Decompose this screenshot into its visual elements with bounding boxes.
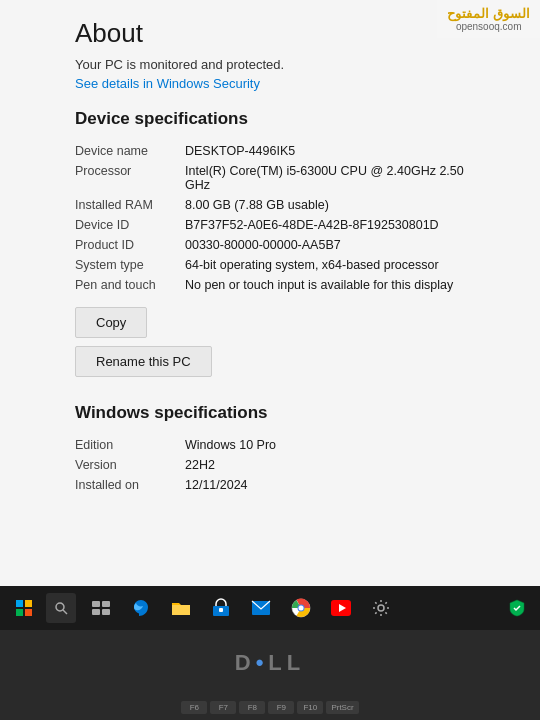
spec-value: 12/11/2024 [185, 475, 485, 495]
page-title: About [75, 18, 485, 49]
windows-specs-title: Windows specifications [75, 403, 485, 423]
table-row: Version22H2 [75, 455, 485, 475]
chrome-icon [291, 598, 311, 618]
svg-point-18 [378, 605, 384, 611]
taskbar-search[interactable] [46, 593, 76, 623]
table-row: Device IDB7F37F52-A0E6-48DE-A42B-8F19253… [75, 215, 485, 235]
chrome-button[interactable] [282, 588, 320, 628]
watermark-arabic: السوق المفتوح [447, 6, 530, 21]
spec-label: Installed RAM [75, 195, 185, 215]
table-row: EditionWindows 10 Pro [75, 435, 485, 455]
task-view-icon [92, 601, 110, 615]
watermark-latin: opensooq.com [447, 21, 530, 32]
spec-value: Windows 10 Pro [185, 435, 485, 455]
rename-pc-button[interactable]: Rename this PC [75, 346, 212, 377]
key-f6: F6 [181, 701, 207, 714]
screen: السوق المفتوح opensooq.com About Your PC… [0, 0, 540, 720]
spec-label: Pen and touch [75, 275, 185, 295]
svg-rect-11 [219, 608, 223, 612]
file-explorer-button[interactable] [162, 588, 200, 628]
key-f7: F7 [210, 701, 236, 714]
spec-value: 8.00 GB (7.88 GB usable) [185, 195, 485, 215]
spec-value: B7F37F52-A0E6-48DE-A42B-8F192530801D [185, 215, 485, 235]
windows-specs-table: EditionWindows 10 ProVersion22H2Installe… [75, 435, 485, 495]
watermark: السوق المفتوح opensooq.com [437, 0, 540, 38]
taskbar-right [498, 588, 536, 628]
table-row: Installed RAM8.00 GB (7.88 GB usable) [75, 195, 485, 215]
store-button[interactable] [202, 588, 240, 628]
svg-point-4 [56, 603, 64, 611]
svg-rect-8 [92, 609, 100, 615]
spec-label: Device name [75, 141, 185, 161]
shield-icon [509, 599, 525, 617]
spec-value: No pen or touch input is available for t… [185, 275, 485, 295]
key-f9: F9 [268, 701, 294, 714]
table-row: Pen and touchNo pen or touch input is av… [75, 275, 485, 295]
search-icon [54, 601, 68, 615]
svg-rect-1 [25, 600, 32, 607]
store-icon [211, 598, 231, 618]
task-view-button[interactable] [82, 588, 120, 628]
youtube-icon [331, 600, 351, 616]
svg-rect-0 [16, 600, 23, 607]
spec-value: 22H2 [185, 455, 485, 475]
key-prtscr: PrtScr [326, 701, 358, 714]
action-buttons: Copy Rename this PC [75, 307, 485, 385]
security-tray-icon[interactable] [498, 588, 536, 628]
windows-icon [16, 600, 32, 616]
settings-button[interactable] [362, 588, 400, 628]
svg-rect-6 [92, 601, 100, 607]
svg-rect-2 [16, 609, 23, 616]
edge-icon [131, 598, 151, 618]
table-row: Device nameDESKTOP-4496IK5 [75, 141, 485, 161]
key-f8: F8 [239, 701, 265, 714]
spec-label: Version [75, 455, 185, 475]
spec-label: Device ID [75, 215, 185, 235]
spec-label: Product ID [75, 235, 185, 255]
spec-value: DESKTOP-4496IK5 [185, 141, 485, 161]
start-button[interactable] [4, 588, 44, 628]
settings-icon [372, 599, 390, 617]
device-specs-table: Device nameDESKTOP-4496IK5ProcessorIntel… [75, 141, 485, 295]
table-row: ProcessorIntel(R) Core(TM) i5-6300U CPU … [75, 161, 485, 195]
keyboard-row: F6 F7 F8 F9 F10 PrtScr [0, 701, 540, 714]
svg-line-5 [63, 610, 67, 614]
file-explorer-icon [171, 599, 191, 617]
mail-icon [251, 600, 271, 616]
main-content: About Your PC is monitored and protected… [0, 0, 540, 586]
copy-button[interactable]: Copy [75, 307, 147, 338]
security-link[interactable]: See details in Windows Security [75, 76, 485, 91]
security-status-text: Your PC is monitored and protected. [75, 57, 485, 72]
table-row: Product ID00330-80000-00000-AA5B7 [75, 235, 485, 255]
spec-label: System type [75, 255, 185, 275]
spec-value: 64-bit operating system, x64-based proce… [185, 255, 485, 275]
svg-rect-9 [102, 609, 110, 615]
table-row: System type64-bit operating system, x64-… [75, 255, 485, 275]
svg-rect-3 [25, 609, 32, 616]
spec-value: 00330-80000-00000-AA5B7 [185, 235, 485, 255]
dell-area: D•LL F6 F7 F8 F9 F10 PrtScr [0, 630, 540, 720]
key-f10: F10 [297, 701, 323, 714]
table-row: Installed on12/11/2024 [75, 475, 485, 495]
spec-label: Edition [75, 435, 185, 455]
youtube-button[interactable] [322, 588, 360, 628]
spec-label: Processor [75, 161, 185, 195]
device-specs-title: Device specifications [75, 109, 485, 129]
mail-button[interactable] [242, 588, 280, 628]
spec-label: Installed on [75, 475, 185, 495]
svg-rect-7 [102, 601, 110, 607]
svg-point-15 [299, 606, 304, 611]
taskbar [0, 586, 540, 630]
edge-icon-button[interactable] [122, 588, 160, 628]
spec-value: Intel(R) Core(TM) i5-6300U CPU @ 2.40GHz… [185, 161, 485, 195]
dell-logo: D•LL [235, 650, 305, 676]
